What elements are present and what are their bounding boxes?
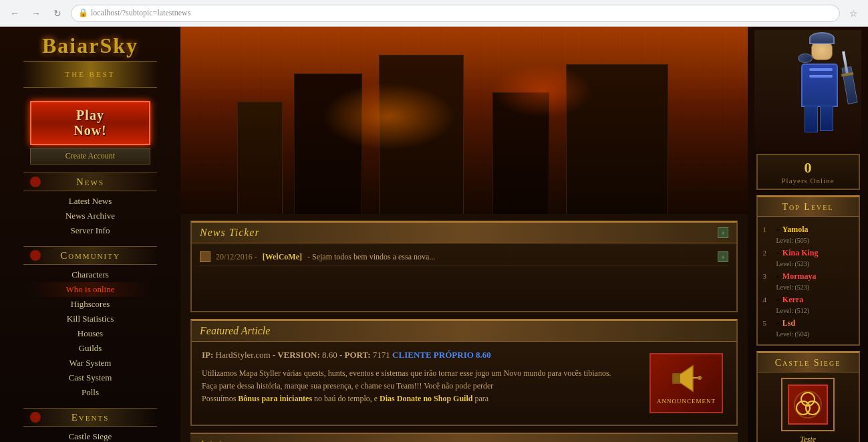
top-level-item-1: 1 - Yamola: [763, 222, 853, 237]
ip-label: IP:: [202, 350, 213, 360]
url-text: localhost/?subtopic=latestnews: [91, 8, 190, 18]
events-section-header: Events: [23, 408, 157, 427]
sidebar-item-houses[interactable]: Houses: [30, 326, 150, 341]
players-online-label: Players Online: [763, 177, 853, 185]
sidebar-item-cast-system[interactable]: Cast System: [30, 370, 150, 385]
star-button[interactable]: ☆: [845, 5, 861, 21]
play-now-button[interactable]: Play Now!: [30, 101, 150, 145]
ip-value: HardStyler.com: [216, 350, 271, 360]
left-sidebar: BaiarSky The Best Play Now! Create Accou…: [0, 27, 180, 442]
sidebar-item-server-info[interactable]: Server Info: [30, 223, 150, 238]
rank-2: 2: [763, 249, 774, 257]
client-label: CLIENTE PRÓPRIO 8.60: [392, 350, 491, 360]
browser-toolbar: ← → ↻ 🔒 localhost/?subtopic=latestnews ☆: [0, 0, 868, 27]
svg-point-4: [794, 391, 821, 418]
sword-blade: [842, 51, 849, 75]
news-ticker-text: - Sejam todos bem vindos a essa nova...: [307, 252, 435, 262]
article-line-3: Possuímos Bônus para iniciantes no baú d…: [202, 393, 636, 405]
player-name-2[interactable]: Kina King: [782, 248, 853, 258]
latestnews-bar-text: Latestnews: [200, 438, 239, 442]
sidebar-item-guilds[interactable]: Guilds: [30, 341, 150, 356]
player-name-4[interactable]: Kerra: [782, 295, 853, 305]
players-online-count: 0: [763, 159, 853, 177]
knight-area: [754, 30, 861, 150]
featured-article-text-area: IP: HardStyler.com - VERSION: 8.60 - POR…: [202, 350, 636, 406]
article-ip-line: IP: HardStyler.com - VERSION: 8.60 - POR…: [202, 350, 636, 360]
player-level-2: Level: (523): [763, 260, 853, 267]
body-armor: [801, 64, 838, 107]
news-expand-button[interactable]: +: [718, 227, 728, 238]
armor-stripe: [809, 68, 833, 71]
sidebar-item-who-is-online[interactable]: Who is online: [30, 282, 150, 297]
top-level-header: Top Level: [758, 197, 859, 217]
castle-siege-header: Castle Siege: [758, 353, 859, 372]
announcement-image: ANNOUNCEMENT: [649, 353, 723, 413]
rank-4: 4: [763, 296, 774, 304]
sidebar-item-castle-siege[interactable]: Castle Siege: [30, 429, 150, 442]
create-account-button[interactable]: Create Account: [30, 148, 150, 164]
sidebar-item-latest-news[interactable]: Latest News: [30, 194, 150, 209]
castle-siege-box: Castle Siege Teste: [756, 351, 860, 442]
rank-3: 3: [763, 272, 774, 280]
top-level-item-2: 2 - Kina King: [763, 245, 853, 260]
news-ticker-content: 20/12/2016 - [WelCoMe] - Sejam todos bem…: [192, 243, 736, 311]
sidebar-item-characters[interactable]: Characters: [30, 267, 150, 282]
news-section-header: News: [23, 173, 157, 191]
leg-right: [820, 106, 833, 131]
announcement-label: ANNOUNCEMENT: [657, 398, 716, 405]
news-ticker-header: News Ticker +: [192, 223, 736, 243]
article-line-3-text: Possuímos: [202, 394, 238, 403]
logo-area: BaiarSky The Best: [17, 33, 164, 90]
news-ticker-tag: [WelCoMe]: [263, 252, 302, 262]
address-bar[interactable]: 🔒 localhost/?subtopic=latestnews: [71, 5, 840, 22]
player-level-4: Level: (512): [763, 307, 853, 314]
castle-emblem: [781, 378, 835, 431]
shoulder-left: [798, 53, 813, 63]
helmet-top: [809, 32, 835, 44]
article-line-3-cont: no baú do templo, e: [312, 394, 380, 403]
arm-right: [841, 66, 857, 104]
sidebar-item-polls[interactable]: Polls: [30, 385, 150, 400]
lock-icon: 🔒: [78, 8, 88, 18]
port-label: - PORT:: [339, 350, 371, 360]
featured-article-header: Featured Article: [192, 321, 736, 342]
top-level-list: 1 - Yamola Level: (505) 2 - Kina King Le…: [758, 217, 859, 344]
announcement-content: ANNOUNCEMENT: [657, 362, 716, 405]
news-item-expand-button[interactable]: +: [718, 251, 728, 262]
player-level-3: Level: (523): [763, 284, 853, 291]
events-section-title: Events: [71, 412, 110, 423]
game-wrapper: BaiarSky The Best Play Now! Create Accou…: [0, 27, 868, 442]
building-1: [237, 102, 283, 214]
sidebar-item-war-system[interactable]: War System: [30, 356, 150, 370]
sidebar-item-kill-statistics[interactable]: Kill Statistics: [30, 312, 150, 326]
latestnews-bar: Latestnews: [190, 433, 738, 442]
player-name-1[interactable]: Yamola: [782, 225, 853, 235]
sidebar-item-highscores[interactable]: Highscores: [30, 297, 150, 312]
bonus-text: Bônus para iniciantes: [238, 394, 312, 403]
fire-glow-1: [322, 83, 456, 150]
castle-owner-name: Teste: [800, 435, 816, 442]
player-name-5[interactable]: Lsd: [782, 318, 853, 328]
article-line-2: Faça parte dessa história, marque sua pr…: [202, 380, 636, 393]
dias-donate-text: Dias Donate no Shop Guild: [380, 394, 472, 403]
castle-siege-content: Teste: [758, 372, 859, 442]
reload-button[interactable]: ↻: [49, 5, 65, 21]
forward-button[interactable]: →: [28, 5, 44, 21]
top-level-item-4: 4 - Kerra: [763, 292, 853, 307]
main-content: News Ticker + 20/12/2016 - [WelCoMe] - S…: [180, 27, 748, 442]
news-section-title: News: [76, 177, 104, 187]
castle-emblem-symbol: [791, 388, 825, 421]
top-level-item-5: 5 - Lsd: [763, 316, 853, 330]
armor-stripe-2: [809, 75, 833, 78]
back-button[interactable]: ←: [7, 5, 23, 21]
player-name-3[interactable]: Mormaya: [782, 271, 853, 282]
knight-figure: [784, 33, 858, 147]
sidebar-item-news-archive[interactable]: News Archive: [30, 209, 150, 223]
svg-point-3: [698, 376, 702, 380]
news-ticker-empty-space: [200, 265, 728, 306]
rank-1: 1: [763, 225, 774, 233]
sword-guard: [841, 72, 853, 77]
leg-left: [805, 106, 818, 132]
top-level-title: Top Level: [782, 202, 834, 212]
megaphone-icon: [666, 362, 706, 395]
